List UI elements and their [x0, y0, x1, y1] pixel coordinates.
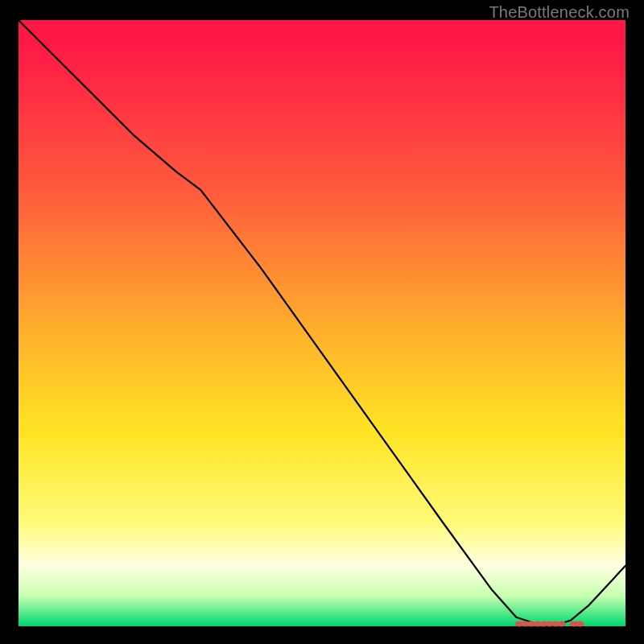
- bottom-marker: [558, 621, 566, 626]
- watermark-text: TheBottleneck.com: [489, 3, 630, 22]
- bottom-marker-group: [515, 621, 584, 626]
- plot-area: [19, 20, 625, 626]
- bottleneck-curve: [19, 20, 625, 626]
- line-layer: [19, 20, 625, 626]
- chart-stage: TheBottleneck.com: [0, 0, 644, 644]
- bottom-marker: [576, 621, 584, 626]
